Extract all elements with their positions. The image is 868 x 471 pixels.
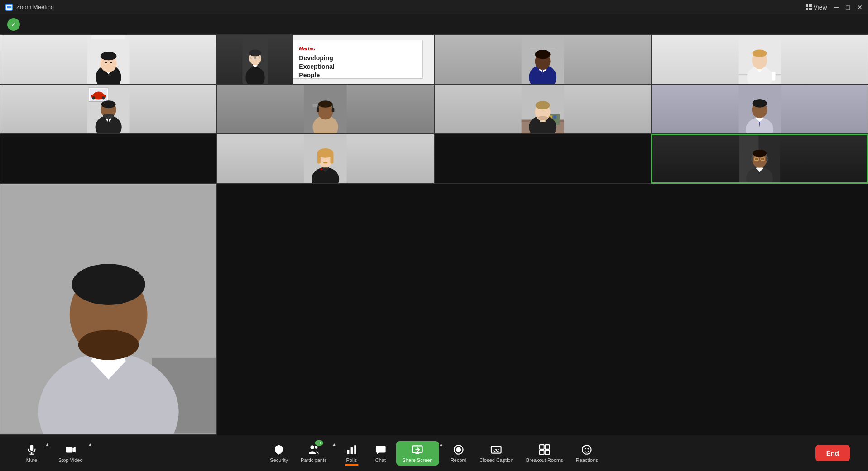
- video-tile-presentation: Martec DevelopingExceptionalPeople Speci…: [217, 34, 434, 84]
- reactions-button[interactable]: Reactions: [571, 441, 604, 466]
- svg-text:CC: CC: [494, 448, 499, 452]
- svg-point-45: [94, 92, 103, 97]
- video-tile-1: [0, 34, 217, 84]
- svg-rect-62: [332, 108, 335, 112]
- participants-button[interactable]: 11 Participants: [295, 441, 332, 466]
- closed-caption-icon: CC: [490, 444, 502, 456]
- svg-rect-130: [540, 445, 544, 449]
- video-tile-3: [434, 34, 651, 84]
- svg-rect-131: [545, 445, 550, 449]
- slide-logo: Martec: [299, 46, 417, 51]
- svg-rect-110: [751, 157, 753, 161]
- svg-point-53: [103, 114, 114, 119]
- svg-rect-56: [313, 104, 317, 107]
- breakout-rooms-label: Breakout Rooms: [526, 457, 563, 463]
- breakout-rooms-button[interactable]: Breakout Rooms: [521, 441, 569, 466]
- mute-arrow[interactable]: ▲: [45, 442, 49, 447]
- toolbar: Mute ▲ Stop Video ▲: [0, 435, 868, 471]
- svg-rect-91: [331, 153, 334, 163]
- stop-video-button[interactable]: Stop Video: [53, 441, 88, 466]
- svg-rect-61: [317, 108, 319, 112]
- mute-control[interactable]: Mute ▲: [18, 441, 49, 466]
- close-button[interactable]: ✕: [857, 4, 863, 11]
- svg-rect-90: [317, 153, 321, 163]
- svg-rect-132: [540, 450, 544, 455]
- slide-title: DevelopingExceptionalPeople: [299, 54, 417, 79]
- participants-icon: 11: [308, 444, 320, 456]
- svg-rect-122: [354, 445, 356, 454]
- chat-icon: [374, 444, 386, 456]
- record-icon: [453, 444, 465, 456]
- svg-point-47: [102, 96, 105, 100]
- polls-button[interactable]: Polls: [338, 441, 365, 466]
- video-tile-12: [0, 184, 217, 435]
- svg-rect-3: [806, 4, 808, 7]
- share-screen-icon: [412, 444, 423, 456]
- video-tile-10: [217, 134, 434, 184]
- svg-rect-8: [91, 35, 125, 39]
- svg-point-100: [72, 264, 145, 305]
- title-bar-left: Zoom Meeting: [5, 4, 54, 11]
- svg-rect-26: [530, 48, 555, 48]
- share-screen-label: Share Screen: [402, 457, 432, 463]
- stop-video-label: Stop Video: [58, 457, 83, 463]
- participants-arrow[interactable]: ▲: [332, 442, 336, 447]
- svg-rect-4: [809, 4, 812, 7]
- video-arrow[interactable]: ▲: [88, 442, 92, 447]
- participants-control[interactable]: 11 Participants ▲: [295, 441, 336, 466]
- svg-point-134: [582, 445, 591, 454]
- minimize-button[interactable]: ─: [834, 4, 839, 11]
- video-tile-4: [651, 34, 868, 84]
- polls-indicator: [345, 464, 358, 466]
- active-speaker-svg: [652, 135, 867, 182]
- share-screen-control[interactable]: Share Screen ▲: [396, 441, 443, 466]
- svg-point-81: [752, 99, 767, 108]
- share-screen-button[interactable]: Share Screen: [396, 441, 439, 466]
- toolbar-center: Security 11 Participants: [264, 441, 603, 466]
- video-tile-5: [0, 84, 217, 134]
- participant-count-badge: 11: [315, 440, 323, 446]
- closed-caption-button[interactable]: CC Closed Caption: [474, 441, 519, 466]
- view-button[interactable]: View: [806, 4, 827, 11]
- share-screen-arrow[interactable]: ▲: [439, 442, 443, 447]
- svg-rect-6: [809, 8, 812, 10]
- security-button[interactable]: Security: [264, 441, 293, 466]
- svg-rect-1: [7, 6, 10, 8]
- svg-point-46: [92, 96, 95, 100]
- svg-rect-113: [30, 445, 34, 451]
- video-tile-9: [0, 134, 217, 184]
- chat-button[interactable]: Chat: [367, 441, 394, 466]
- svg-point-92: [323, 162, 327, 164]
- closed-caption-label: Closed Caption: [480, 457, 513, 463]
- zoom-header: ✓: [0, 14, 868, 34]
- mute-button[interactable]: Mute: [18, 441, 45, 466]
- participant-12-svg: [0, 184, 216, 434]
- video-control[interactable]: Stop Video ▲: [53, 441, 92, 466]
- end-control[interactable]: End: [815, 445, 850, 461]
- svg-point-118: [310, 445, 314, 449]
- maximize-button[interactable]: □: [846, 4, 850, 11]
- svg-point-63: [318, 101, 333, 108]
- slide-content: Martec DevelopingExceptionalPeople Speci…: [293, 40, 422, 79]
- svg-point-136: [588, 448, 589, 449]
- record-label: Record: [451, 457, 466, 463]
- security-label: Security: [270, 457, 288, 463]
- svg-rect-5: [806, 8, 808, 10]
- shield-checkmark: ✓: [11, 21, 16, 28]
- window-title: Zoom Meeting: [16, 4, 54, 10]
- svg-rect-111: [766, 157, 768, 161]
- svg-point-13: [101, 52, 117, 61]
- svg-point-40: [752, 49, 767, 57]
- video-tile-11: [434, 134, 651, 184]
- mute-label: Mute: [26, 457, 37, 463]
- svg-rect-121: [350, 447, 352, 454]
- svg-point-127: [456, 447, 461, 452]
- window-controls[interactable]: View ─ □ ✕: [806, 4, 863, 11]
- video-tile-7: [434, 84, 651, 134]
- video-grid: Martec DevelopingExceptionalPeople Speci…: [0, 34, 868, 435]
- security-shield[interactable]: ✓: [7, 18, 20, 31]
- participant-6-svg: [217, 85, 433, 133]
- record-button[interactable]: Record: [445, 441, 472, 466]
- participant-7-svg: [435, 85, 651, 133]
- end-button[interactable]: End: [815, 445, 850, 461]
